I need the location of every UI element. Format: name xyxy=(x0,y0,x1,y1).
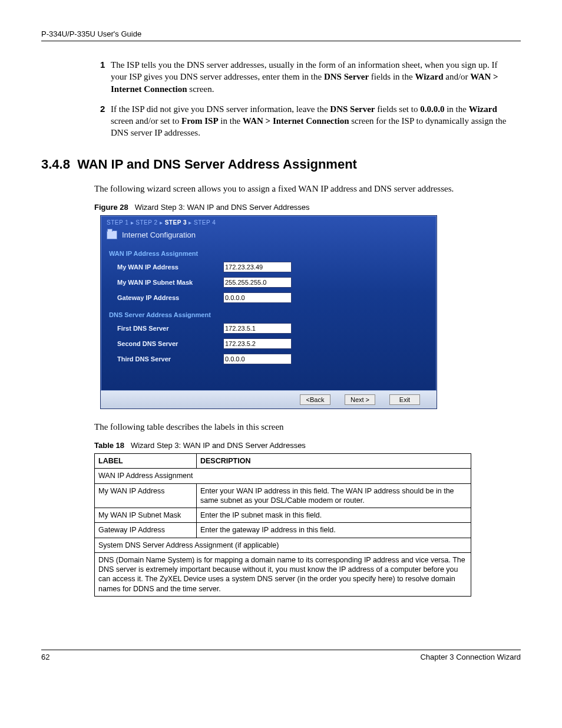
table-row: My WAN IP Subnet MaskEnter the IP subnet… xyxy=(95,508,471,523)
list-item: 1 The ISP tells you the DNS server addre… xyxy=(100,59,509,95)
figure-caption-text: Wizard Step 3: WAN IP and DNS Server Add… xyxy=(135,203,310,212)
table-label-cell: My WAN IP Address xyxy=(95,483,197,508)
table-caption: Table 18 Wizard Step 3: WAN IP and DNS S… xyxy=(94,441,521,450)
dns-group-label: DNS Server Address Assignment xyxy=(101,305,437,321)
table-caption-text: Wizard Step 3: WAN IP and DNS Server Add… xyxy=(131,441,306,450)
field-label: My WAN IP Address xyxy=(117,263,223,271)
ip-input[interactable] xyxy=(223,338,292,349)
ip-input[interactable] xyxy=(223,323,292,334)
section-intro: The following wizard screen allows you t… xyxy=(94,183,509,195)
table-desc-cell: Enter the IP subnet mask in this field. xyxy=(197,508,471,523)
field-label: Second DNS Server xyxy=(117,340,223,347)
table-row: DNS (Domain Name System) is for mapping … xyxy=(95,552,471,596)
page-number: 62 xyxy=(41,653,49,661)
table-label: Table 18 xyxy=(94,441,124,450)
table-span-cell: DNS (Domain Name System) is for mapping … xyxy=(95,552,471,596)
wizard-step: STEP 3 xyxy=(165,219,187,226)
wizard-step: STEP 2 xyxy=(135,219,157,226)
list-text: If the ISP did not give you DNS server i… xyxy=(111,103,509,139)
figure-label: Figure 28 xyxy=(94,203,128,212)
ip-input[interactable] xyxy=(223,354,292,364)
field-row: My WAN IP Subnet Mask xyxy=(101,275,437,290)
figure-caption: Figure 28 Wizard Step 3: WAN IP and DNS … xyxy=(94,203,521,212)
section-number: 3.4.8 xyxy=(41,157,70,172)
ip-input[interactable] xyxy=(223,292,292,303)
field-row: Third DNS Server xyxy=(101,351,437,367)
wan-ip-group-label: WAN IP Address Assignment xyxy=(101,244,437,259)
field-row: Gateway IP Address xyxy=(101,290,437,305)
th-desc: DESCRIPTION xyxy=(197,454,471,469)
table-label-cell: My WAN IP Subnet Mask xyxy=(95,508,197,523)
table-span-cell: WAN IP Address Assignment xyxy=(95,469,471,483)
wizard-screenshot: STEP 1 ▸ STEP 2 ▸ STEP 3 ▸ STEP 4 Intern… xyxy=(100,215,437,409)
wizard-steps: STEP 1 ▸ STEP 2 ▸ STEP 3 ▸ STEP 4 xyxy=(101,216,437,229)
list-item: 2 If the ISP did not give you DNS server… xyxy=(100,103,509,139)
th-label: LABEL xyxy=(95,454,197,469)
field-label: My WAN IP Subnet Mask xyxy=(117,279,223,286)
after-figure-text: The following table describes the labels… xyxy=(94,421,509,433)
list-number: 2 xyxy=(100,103,111,139)
ip-input[interactable] xyxy=(223,262,292,272)
list-number: 1 xyxy=(100,59,111,95)
back-button[interactable]: <Back xyxy=(300,394,330,405)
header-guide: P-334U/P-335U User's Guide xyxy=(41,29,521,41)
table-row: Gateway IP AddressEnter the gateway IP a… xyxy=(95,523,471,538)
field-label: Third DNS Server xyxy=(117,355,223,363)
table-span-cell: System DNS Server Address Assignment (if… xyxy=(95,538,471,552)
field-row: Second DNS Server xyxy=(101,336,437,351)
wizard-step: STEP 4 xyxy=(194,219,216,226)
exit-button[interactable]: Exit xyxy=(389,394,420,405)
table-desc-cell: Enter your WAN IP address in this field.… xyxy=(197,483,471,508)
wizard-title: Internet Configuration xyxy=(122,230,196,239)
section-title: WAN IP and DNS Server Address Assignment xyxy=(77,157,357,172)
wizard-step: STEP 1 xyxy=(107,219,128,226)
folder-icon xyxy=(107,230,117,239)
section-heading: 3.4.8 WAN IP and DNS Server Address Assi… xyxy=(41,157,521,172)
table-row: My WAN IP AddressEnter your WAN IP addre… xyxy=(95,483,471,508)
chapter-label: Chapter 3 Connection Wizard xyxy=(420,653,521,661)
table-label-cell: Gateway IP Address xyxy=(95,523,197,538)
list-text: The ISP tells you the DNS server address… xyxy=(111,59,509,95)
field-row: First DNS Server xyxy=(101,321,437,336)
field-label: First DNS Server xyxy=(117,325,223,332)
ip-input[interactable] xyxy=(223,277,292,288)
description-table: LABEL DESCRIPTION WAN IP Address Assignm… xyxy=(94,453,471,597)
numbered-list: 1 The ISP tells you the DNS server addre… xyxy=(100,59,509,139)
page-footer: 62 Chapter 3 Connection Wizard xyxy=(41,650,521,661)
table-row: System DNS Server Address Assignment (if… xyxy=(95,538,471,552)
wizard-footer: <Back Next > Exit xyxy=(101,390,437,409)
field-row: My WAN IP Address xyxy=(101,259,437,275)
table-row: WAN IP Address Assignment xyxy=(95,469,471,483)
table-desc-cell: Enter the gateway IP address in this fie… xyxy=(197,523,471,538)
next-button[interactable]: Next > xyxy=(345,394,375,405)
field-label: Gateway IP Address xyxy=(117,294,223,301)
wizard-title-row: Internet Configuration xyxy=(101,229,437,244)
